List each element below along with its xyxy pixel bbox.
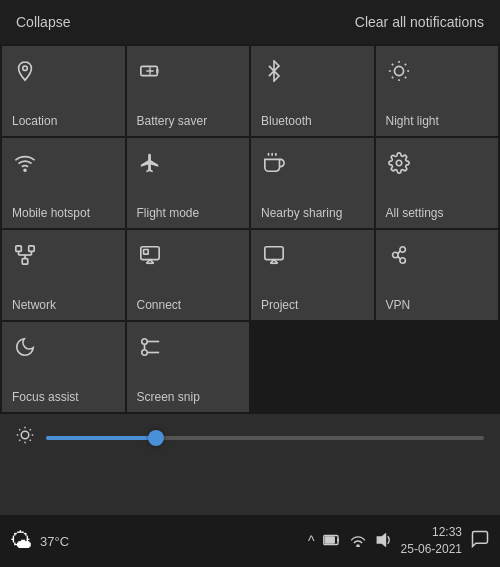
slider-track — [46, 436, 484, 440]
mobile-hotspot-icon — [14, 152, 36, 180]
svg-line-42 — [30, 440, 31, 441]
svg-line-32 — [397, 256, 399, 259]
svg-rect-48 — [325, 537, 334, 543]
svg-rect-17 — [29, 246, 34, 252]
svg-point-34 — [141, 350, 147, 356]
svg-point-33 — [141, 339, 147, 345]
temperature-display: 37°C — [40, 534, 69, 549]
tile-screen-snip[interactable]: Screen snip — [127, 322, 250, 412]
tile-all-settings-label: All settings — [386, 206, 444, 220]
collapse-button[interactable]: Collapse — [16, 14, 70, 30]
time-text: 12:33 — [432, 525, 462, 539]
tile-vpn-label: VPN — [386, 298, 411, 312]
tile-nearby-sharing-label: Nearby sharing — [261, 206, 342, 220]
svg-line-10 — [404, 64, 405, 65]
tile-flight-mode[interactable]: Flight mode — [127, 138, 250, 228]
tile-all-settings[interactable]: All settings — [376, 138, 499, 228]
tile-nearby-sharing[interactable]: Nearby sharing — [251, 138, 374, 228]
tile-focus-assist-label: Focus assist — [12, 390, 79, 404]
battery-tray-icon[interactable] — [323, 533, 341, 550]
tile-project[interactable]: Project — [251, 230, 374, 320]
tile-bluetooth[interactable]: Bluetooth — [251, 46, 374, 136]
svg-line-6 — [404, 77, 405, 78]
battery-saver-icon — [139, 60, 161, 88]
focus-assist-icon — [14, 336, 36, 364]
notification-header: Collapse Clear all notifications — [0, 0, 500, 44]
brightness-low-icon — [16, 426, 34, 449]
tile-connect-label: Connect — [137, 298, 182, 312]
svg-rect-18 — [22, 259, 28, 265]
network-icon — [14, 244, 36, 272]
svg-point-28 — [392, 252, 398, 258]
tile-flight-mode-label: Flight mode — [137, 206, 200, 220]
svg-point-30 — [399, 258, 405, 264]
vpn-icon — [388, 244, 410, 272]
date-text: 25-06-2021 — [401, 542, 462, 556]
svg-point-15 — [396, 160, 402, 166]
svg-line-31 — [397, 251, 399, 254]
tile-focus-assist[interactable]: Focus assist — [2, 322, 125, 412]
bluetooth-icon — [263, 60, 285, 88]
flight-mode-icon — [139, 152, 161, 180]
slider-fill — [46, 436, 156, 440]
slider-thumb[interactable] — [148, 430, 164, 446]
svg-point-38 — [21, 431, 29, 439]
tile-mobile-hotspot[interactable]: Mobile hotspot — [2, 138, 125, 228]
screen-snip-icon — [139, 336, 161, 364]
tile-vpn[interactable]: VPN — [376, 230, 499, 320]
tile-mobile-hotspot-label: Mobile hotspot — [12, 206, 90, 220]
system-tray: ^ 12:33 25-06-2021 — [308, 524, 490, 558]
network-tray-icon[interactable] — [349, 533, 367, 550]
tile-battery-saver-label: Battery saver — [137, 114, 208, 128]
svg-point-0 — [23, 66, 28, 71]
tile-night-light-label: Night light — [386, 114, 439, 128]
svg-point-11 — [24, 169, 26, 171]
brightness-bar — [0, 414, 500, 461]
tile-project-label: Project — [261, 298, 298, 312]
tile-network-label: Network — [12, 298, 56, 312]
tile-screen-snip-label: Screen snip — [137, 390, 200, 404]
tile-night-light[interactable]: Night light — [376, 46, 499, 136]
taskbar: 🌤 37°C ^ 12:33 25-06-2021 — [0, 515, 500, 567]
all-settings-icon — [388, 152, 410, 180]
tile-network[interactable]: Network — [2, 230, 125, 320]
svg-rect-25 — [143, 250, 148, 255]
svg-line-9 — [391, 77, 392, 78]
svg-point-2 — [394, 66, 403, 75]
svg-line-46 — [30, 429, 31, 430]
brightness-slider[interactable] — [46, 436, 484, 440]
notifications-button[interactable] — [470, 529, 490, 554]
quick-actions-grid: Location Battery saver Bluetooth — [0, 44, 500, 414]
svg-rect-26 — [265, 247, 283, 260]
connect-icon — [139, 244, 161, 272]
tile-connect[interactable]: Connect — [127, 230, 250, 320]
chevron-up-icon[interactable]: ^ — [308, 533, 315, 549]
clock-display[interactable]: 12:33 25-06-2021 — [401, 524, 462, 558]
svg-rect-16 — [16, 246, 22, 252]
tile-location[interactable]: Location — [2, 46, 125, 136]
weather-icon: 🌤 — [10, 528, 32, 554]
location-icon — [14, 60, 36, 88]
night-light-icon — [388, 60, 410, 88]
svg-point-49 — [356, 544, 358, 546]
clear-all-notifications-button[interactable]: Clear all notifications — [355, 14, 484, 30]
project-icon — [263, 244, 285, 272]
volume-tray-icon[interactable] — [375, 533, 393, 550]
svg-line-41 — [19, 429, 20, 430]
nearby-sharing-icon — [263, 152, 285, 180]
svg-line-45 — [19, 440, 20, 441]
tile-bluetooth-label: Bluetooth — [261, 114, 312, 128]
tile-location-label: Location — [12, 114, 57, 128]
svg-marker-50 — [377, 534, 385, 546]
svg-point-29 — [399, 247, 405, 253]
tile-battery-saver[interactable]: Battery saver — [127, 46, 250, 136]
svg-line-5 — [391, 64, 392, 65]
